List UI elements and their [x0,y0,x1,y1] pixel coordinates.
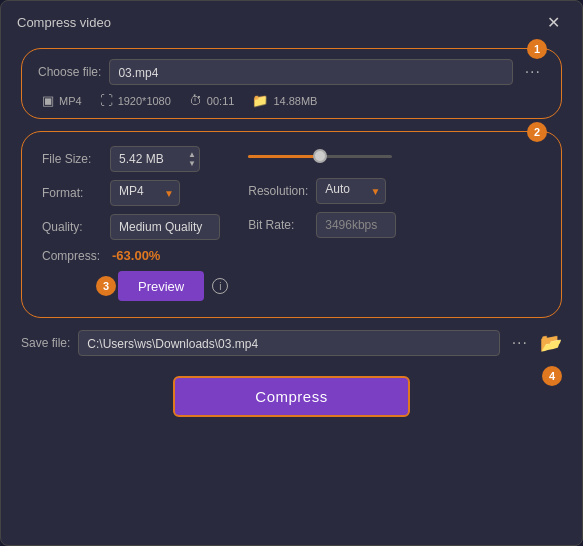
close-button[interactable]: ✕ [541,11,566,34]
choose-file-row: Choose file: 03.mp4 ··· [38,59,545,85]
dialog-title: Compress video [17,15,111,30]
compress-button[interactable]: Compress [173,376,409,417]
settings-section: 2 File Size: ▲ ▼ Format: [21,131,562,318]
browse-dots-button[interactable]: ··· [521,63,545,81]
settings-right-panel: Resolution: Auto ▼ Bit Rate: 3496kbps [248,146,396,301]
section-badge-3: 3 [96,276,116,296]
save-path-display: C:\Users\ws\Downloads\03.mp4 [78,330,499,356]
bitrate-label: Bit Rate: [248,218,308,232]
file-section: 1 Choose file: 03.mp4 ··· ▣ MP4 ⛶ 1920*1… [21,48,562,119]
resolution-select[interactable]: Auto [316,178,386,204]
resolution-row: Resolution: Auto ▼ [248,178,396,204]
choose-file-label: Choose file: [38,65,101,79]
save-section: Save file: C:\Users\ws\Downloads\03.mp4 … [21,330,562,356]
slider-track [248,155,392,158]
compress-dialog: Compress video ✕ 1 Choose file: 03.mp4 ·… [0,0,583,546]
duration-value: 00:11 [207,95,235,107]
filesize-icon: 📁 [252,93,268,108]
quality-slider[interactable] [248,148,392,164]
file-size-label: File Size: [42,152,102,166]
duration-info: ⏱ 00:11 [189,93,235,108]
save-dots-button[interactable]: ··· [508,334,532,352]
format-value: MP4 [59,95,82,107]
preview-button[interactable]: Preview [118,271,204,301]
increment-button[interactable]: ▲ [188,151,196,159]
slider-fill [248,155,320,158]
resolution-icon: ⛶ [100,93,113,108]
format-dropdown[interactable]: MP4 ▼ [110,180,180,206]
compress-label: Compress: [42,249,102,263]
compress-row: Compress: -63.00% [42,248,228,263]
spinner-arrows: ▲ ▼ [188,151,196,168]
bitrate-row: Bit Rate: 3496kbps [248,212,396,238]
compress-percent: -63.00% [112,248,160,263]
format-row: Format: MP4 ▼ [42,180,228,206]
file-info-row: ▣ MP4 ⛶ 1920*1080 ⏱ 00:11 📁 14.88MB [38,93,545,108]
title-bar: Compress video ✕ [1,1,582,40]
filesize-info: 📁 14.88MB [252,93,317,108]
quality-label: Quality: [42,220,102,234]
filesize-value: 14.88MB [273,95,317,107]
section-badge-2: 2 [527,122,547,142]
quality-row: Quality: Medium Quality [42,214,228,240]
preview-row: 3 Preview i [42,271,228,301]
duration-icon: ⏱ [189,93,202,108]
file-size-input[interactable] [110,146,200,172]
format-select[interactable]: MP4 [110,180,180,206]
folder-icon[interactable]: 📂 [540,332,562,354]
slider-thumb[interactable] [313,149,327,163]
resolution-info: ⛶ 1920*1080 [100,93,171,108]
bitrate-value-display: 3496kbps [316,212,396,238]
settings-left-panel: File Size: ▲ ▼ Format: MP4 ▼ [42,146,228,301]
file-path-display: 03.mp4 [109,59,512,85]
format-info: ▣ MP4 [42,93,82,108]
quality-value-display: Medium Quality [110,214,220,240]
info-icon-circle: i [212,278,228,294]
resolution-value: 1920*1080 [118,95,171,107]
section-badge-4: 4 [542,366,562,386]
bottom-section: Compress 4 [21,376,562,417]
resolution-label: Resolution: [248,184,308,198]
file-size-row: File Size: ▲ ▼ [42,146,228,172]
format-label: Format: [42,186,102,200]
section-badge-1: 1 [527,39,547,59]
decrement-button[interactable]: ▼ [188,160,196,168]
file-size-spinner: ▲ ▼ [110,146,200,172]
slider-row [248,146,396,164]
resolution-dropdown[interactable]: Auto ▼ [316,178,386,204]
save-file-label: Save file: [21,336,70,350]
format-icon: ▣ [42,93,54,108]
